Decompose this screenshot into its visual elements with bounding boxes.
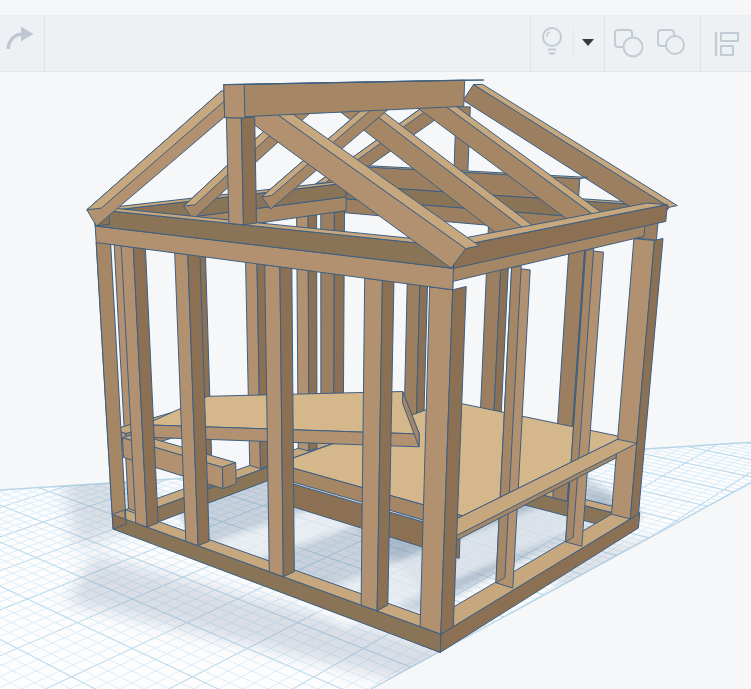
toolbar-separator	[44, 16, 45, 71]
toolbar-separator	[604, 16, 605, 71]
toolbar-separator	[573, 27, 574, 59]
ungroup-button[interactable]	[650, 16, 692, 71]
group-button[interactable]	[608, 16, 648, 71]
toolbar-separator	[700, 16, 701, 71]
ungroup-icon	[651, 20, 691, 68]
toolbar-separator	[530, 16, 531, 71]
render-style-dropdown-button[interactable]	[576, 16, 600, 71]
toolbar	[0, 15, 751, 72]
group-icon	[608, 20, 648, 68]
render-style-button[interactable]	[534, 16, 570, 71]
redo-button[interactable]	[0, 16, 44, 71]
cad-app-window	[0, 0, 751, 689]
redo-icon	[0, 14, 44, 73]
align-icon	[706, 20, 746, 68]
lightbulb-icon	[535, 20, 569, 68]
chevron-down-icon	[579, 20, 597, 68]
viewport-3d[interactable]	[0, 0, 751, 689]
align-button[interactable]	[704, 16, 748, 71]
